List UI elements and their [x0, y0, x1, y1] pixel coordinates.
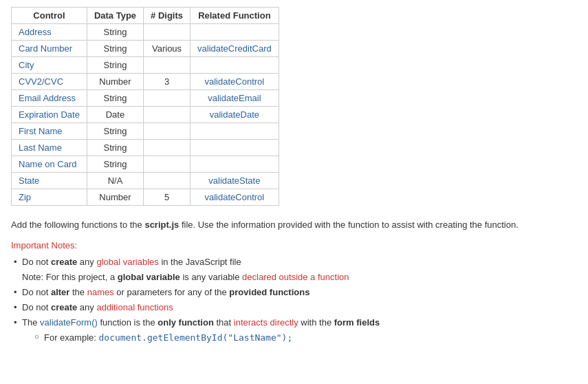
cell-control: Zip — [12, 189, 87, 206]
note-sub-1: Note: For this project, a global variabl… — [22, 272, 349, 282]
note-item-1: Do not create any global variables in th… — [17, 255, 577, 285]
cell-function: validateCreditCard — [190, 41, 279, 57]
cell-function: validateEmail — [190, 90, 279, 107]
cell-digits — [144, 123, 190, 140]
cell-function: validateDate — [190, 107, 279, 123]
col-header-function: Related Function — [190, 8, 279, 24]
cell-function — [190, 123, 279, 140]
col-header-datatype: Data Type — [87, 8, 143, 24]
table-row: Email AddressStringvalidateEmail — [12, 90, 279, 107]
controls-table: Control Data Type # Digits Related Funct… — [11, 7, 279, 206]
cell-control: Last Name — [12, 140, 87, 156]
cell-datatype: String — [87, 90, 143, 107]
table-row: Last NameString — [12, 140, 279, 156]
cell-control: Name on Card — [12, 156, 87, 173]
cell-control: Email Address — [12, 90, 87, 107]
notes-list: Do not create any global variables in th… — [11, 255, 577, 346]
table-row: Expiration DateDatevalidateDate — [12, 107, 279, 123]
cell-function — [190, 24, 279, 41]
intro-text2: file. Use the information provided with … — [179, 220, 519, 230]
cell-digits — [144, 107, 190, 123]
cell-digits: 3 — [144, 74, 190, 90]
scriptjs-label: script.js — [144, 220, 179, 230]
cell-datatype: String — [87, 24, 143, 41]
cell-digits — [144, 140, 190, 156]
cell-control: CVV2/CVC — [12, 74, 87, 90]
col-header-digits: # Digits — [144, 8, 190, 24]
cell-digits — [144, 57, 190, 74]
cell-digits — [144, 24, 190, 41]
cell-datatype: N/A — [87, 173, 143, 189]
important-notes-heading: Important Notes: — [11, 240, 577, 250]
cell-digits — [144, 173, 190, 189]
cell-datatype: Number — [87, 189, 143, 206]
note-item-3: Do not create any additional functions — [17, 300, 577, 315]
table-row: Card NumberStringVariousvalidateCreditCa… — [12, 41, 279, 57]
cell-control: Card Number — [12, 41, 87, 57]
note-sub-list: For example: document.getElementById("La… — [22, 330, 577, 345]
cell-function: validateState — [190, 173, 279, 189]
cell-datatype: String — [87, 156, 143, 173]
note-item-2: Do not alter the names or parameters for… — [17, 285, 577, 300]
intro-text1: Add the following functions to the — [11, 220, 144, 230]
table-row: StateN/AvalidateState — [12, 173, 279, 189]
cell-datatype: String — [87, 123, 143, 140]
cell-digits — [144, 90, 190, 107]
cell-digits — [144, 156, 190, 173]
cell-digits: 5 — [144, 189, 190, 206]
note-item-4: The validateForm() function is the only … — [17, 315, 577, 345]
table-row: CityString — [12, 57, 279, 74]
col-header-control: Control — [12, 8, 87, 24]
cell-control: Address — [12, 24, 87, 41]
table-row: First NameString — [12, 123, 279, 140]
table-row: AddressString — [12, 24, 279, 41]
cell-function: validateControl — [190, 189, 279, 206]
cell-datatype: String — [87, 140, 143, 156]
cell-datatype: String — [87, 57, 143, 74]
intro-paragraph: Add the following functions to the scrip… — [11, 218, 577, 232]
note-sub-item-1: For example: document.getElementById("La… — [36, 330, 577, 345]
cell-datatype: String — [87, 41, 143, 57]
cell-control: Expiration Date — [12, 107, 87, 123]
cell-control: State — [12, 173, 87, 189]
cell-function — [190, 140, 279, 156]
cell-datatype: Number — [87, 74, 143, 90]
table-row: Name on CardString — [12, 156, 279, 173]
cell-digits: Various — [144, 41, 190, 57]
cell-control: City — [12, 57, 87, 74]
cell-function — [190, 57, 279, 74]
table-row: CVV2/CVCNumber3validateControl — [12, 74, 279, 90]
table-row: ZipNumber5validateControl — [12, 189, 279, 206]
cell-function: validateControl — [190, 74, 279, 90]
cell-control: First Name — [12, 123, 87, 140]
cell-datatype: Date — [87, 107, 143, 123]
cell-function — [190, 156, 279, 173]
